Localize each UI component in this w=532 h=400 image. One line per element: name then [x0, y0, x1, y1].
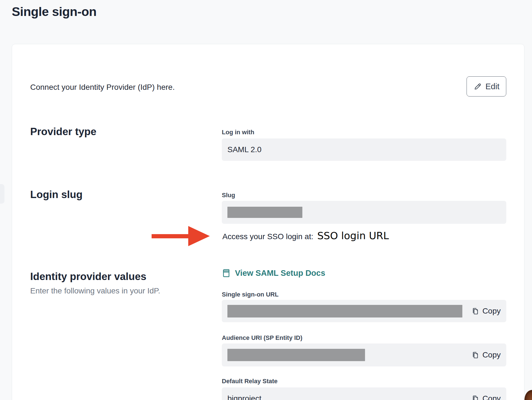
pencil-icon — [474, 82, 482, 91]
redacted-value — [227, 305, 462, 317]
redacted-value — [227, 349, 365, 361]
provider-type-heading: Provider type — [30, 126, 96, 138]
sso-access-prefix: Access your SSO login at: — [222, 232, 313, 241]
copy-button-label: Copy — [482, 394, 501, 400]
annotation-arrow-icon — [152, 225, 210, 248]
intro-text: Connect your Identity Provider (IdP) her… — [30, 83, 175, 92]
audience-uri-field: Copy — [222, 343, 506, 366]
copy-icon — [471, 395, 479, 400]
book-icon — [222, 269, 231, 278]
audience-uri-label: Audience URI (SP Entity ID) — [222, 334, 302, 342]
copy-button[interactable]: Copy — [471, 307, 501, 316]
docs-link-label: View SAML Setup Docs — [235, 269, 325, 278]
copy-icon — [471, 351, 479, 359]
single-sign-on-url-field: Copy — [222, 300, 506, 322]
view-saml-setup-docs-link[interactable]: View SAML Setup Docs — [222, 269, 325, 278]
redacted-value — [227, 207, 302, 218]
copy-button[interactable]: Copy — [471, 394, 501, 400]
identity-provider-values-subheading: Enter the following values in your IdP. — [30, 286, 160, 295]
page-title: Single sign-on — [12, 4, 96, 19]
sso-login-url-annotation: SSO login URL — [317, 230, 389, 241]
copy-button-label: Copy — [482, 307, 501, 316]
default-relay-state-label: Default Relay State — [222, 378, 277, 385]
default-relay-state-field: bigproject Copy — [222, 387, 506, 400]
login-slug-heading: Login slug — [30, 189, 83, 201]
single-sign-on-url-label: Single sign-on URL — [222, 291, 279, 298]
edit-button[interactable]: Edit — [467, 76, 506, 97]
sso-access-line: Access your SSO login at: SSO login URL — [222, 230, 389, 241]
log-in-with-label: Log in with — [222, 129, 254, 136]
edit-button-label: Edit — [486, 82, 500, 91]
slug-label: Slug — [222, 192, 235, 199]
copy-button-label: Copy — [482, 350, 501, 359]
provider-type-value: SAML 2.0 — [227, 145, 262, 154]
default-relay-state-value: bigproject — [227, 394, 261, 400]
identity-provider-values-heading: Identity provider values — [30, 271, 146, 283]
copy-button[interactable]: Copy — [471, 350, 501, 359]
drawer-handle — [0, 184, 4, 204]
slug-field — [222, 201, 506, 224]
copy-icon — [471, 307, 479, 315]
corner-artifact — [524, 390, 532, 400]
provider-type-field: SAML 2.0 — [222, 138, 506, 161]
